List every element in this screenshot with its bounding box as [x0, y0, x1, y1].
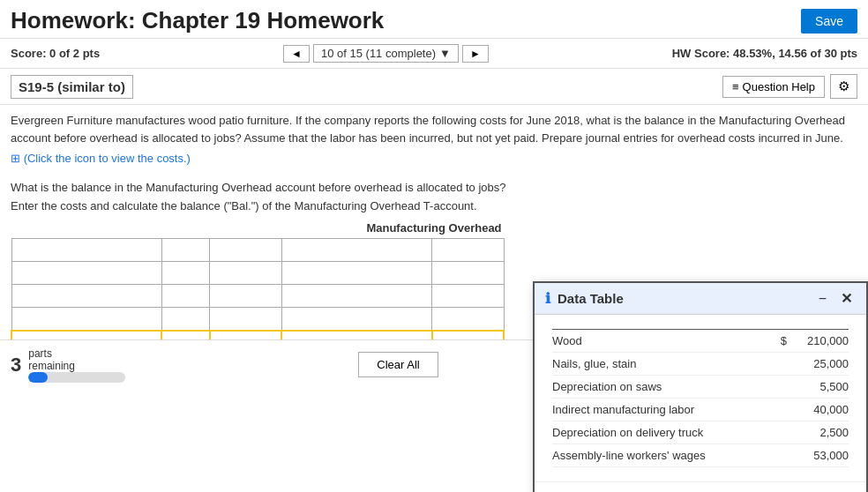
- t-input-left-desc-2[interactable]: [16, 267, 158, 280]
- popup-body: Wood $ 210,000 Nails, glue, stain 25,000…: [535, 315, 866, 481]
- t-cell-left-amt1-1: [161, 239, 210, 262]
- parts-remaining: 3 parts remaining: [11, 347, 125, 383]
- t-input-right-amt-3[interactable]: [436, 290, 499, 302]
- question-help-button[interactable]: ≡ Question Help: [722, 76, 825, 98]
- question-text: What is the balance in the Manufacturing…: [11, 181, 857, 194]
- data-row-currency: [769, 357, 787, 370]
- nav-prev-button[interactable]: ◄: [283, 45, 310, 63]
- info-icon: ℹ: [545, 290, 550, 307]
- t-input-left-desc-1[interactable]: [16, 244, 158, 257]
- nav-next-button[interactable]: ►: [462, 45, 489, 63]
- navigation-controls: ◄ 10 of 15 (11 complete) ▼ ►: [283, 44, 489, 63]
- enter-instruction: Enter the costs and calculate the balanc…: [11, 199, 857, 212]
- t-input-left-amt2-2[interactable]: [213, 267, 277, 280]
- t-input-right-amt-1[interactable]: [436, 244, 499, 257]
- t-account-title: Manufacturing Overhead: [11, 221, 857, 235]
- popup-header-left: ℹ Data Table: [545, 290, 624, 307]
- question-tools: ≡ Question Help ⚙: [722, 74, 857, 99]
- page-header: Homework: Chapter 19 Homework Save: [0, 0, 868, 39]
- question-header: S19-5 (similar to) ≡ Question Help ⚙: [0, 69, 868, 105]
- popup-header: ℹ Data Table − ✕: [535, 283, 866, 315]
- t-input-left-desc-3[interactable]: [16, 290, 158, 302]
- data-row-value: 25,000: [787, 357, 849, 370]
- t-input-left-amt1-4[interactable]: [166, 313, 206, 325]
- t-input-left-amt1-1[interactable]: [166, 244, 206, 257]
- problem-text: Evergreen Furniture manufactures wood pa…: [11, 112, 857, 146]
- t-input-right-desc-3[interactable]: [286, 290, 428, 302]
- minimize-button[interactable]: −: [815, 292, 830, 306]
- t-input-left-amt1-2[interactable]: [166, 267, 206, 280]
- progress-bar: [28, 372, 125, 383]
- data-row-label: Assembly-line workers' wages: [552, 449, 769, 462]
- data-table-row: Depreciation on delivery truck 2,500: [552, 421, 849, 444]
- nav-label: 10 of 15 (11 complete) ▼: [313, 44, 459, 63]
- t-input-left-amt2-3[interactable]: [213, 290, 277, 302]
- data-row-currency: [769, 426, 787, 439]
- t-input-right-amt-2[interactable]: [436, 267, 499, 280]
- data-row-value: 53,000: [787, 449, 849, 462]
- data-table-row: Indirect manufacturing labor 40,000: [552, 399, 849, 421]
- table-row: [11, 262, 504, 285]
- data-table-popup: ℹ Data Table − ✕ Wood $ 210,000 Nails, g…: [533, 281, 868, 492]
- question-id: S19-5 (similar to): [11, 75, 133, 99]
- close-button[interactable]: ✕: [837, 292, 856, 306]
- data-row-value: 210,000: [787, 334, 849, 347]
- popup-title: Data Table: [557, 291, 624, 306]
- parts-number: 3: [11, 354, 21, 376]
- t-input-right-amt-4[interactable]: [436, 313, 499, 325]
- progress-fill: [28, 372, 48, 383]
- score-label: Score: 0 of 2 pts: [11, 47, 100, 60]
- click-icon-link[interactable]: (Click the icon to view the costs.): [24, 152, 191, 165]
- data-table-row: Depreciation on saws 5,500: [552, 376, 849, 399]
- data-row-currency: $: [769, 334, 787, 347]
- t-input-left-amt2-1[interactable]: [213, 244, 277, 257]
- table-row: [11, 285, 504, 308]
- t-input-left-amt2-4[interactable]: [213, 313, 277, 325]
- data-table-row: Assembly-line workers' wages 53,000: [552, 444, 849, 467]
- data-row-label: Nails, glue, stain: [552, 357, 769, 370]
- t-input-right-desc-2[interactable]: [286, 267, 428, 280]
- main-content: Evergreen Furniture manufactures wood pa…: [0, 105, 868, 390]
- data-row-label: Depreciation on saws: [552, 380, 769, 393]
- grid-icon: ⊞: [11, 152, 20, 165]
- table-row: [11, 239, 504, 262]
- t-input-right-desc-4[interactable]: [286, 313, 428, 325]
- data-row-label: Indirect manufacturing labor: [552, 403, 769, 416]
- nav-dropdown-icon[interactable]: ▼: [439, 47, 451, 60]
- score-bar: Score: 0 of 2 pts ◄ 10 of 15 (11 complet…: [0, 39, 868, 69]
- t-cell-right-amt-1: [432, 239, 504, 262]
- data-row-currency: [769, 403, 787, 416]
- t-input-left-desc-4[interactable]: [16, 313, 158, 325]
- save-button[interactable]: Save: [801, 9, 857, 34]
- hw-score-label: HW Score: 48.53%, 14.56 of 30 pts: [672, 47, 857, 60]
- data-row-value: 40,000: [787, 403, 849, 416]
- settings-button[interactable]: ⚙: [830, 74, 857, 99]
- t-input-left-amt1-3[interactable]: [166, 290, 206, 302]
- table-row: [11, 308, 504, 331]
- t-cell-left-amt2-1: [210, 239, 281, 262]
- list-icon: ≡: [732, 80, 739, 93]
- popup-controls: − ✕: [815, 292, 856, 306]
- gear-icon: ⚙: [838, 78, 849, 93]
- data-table-row: Wood $ 210,000: [552, 329, 849, 353]
- data-row-label: Depreciation on delivery truck: [552, 426, 769, 439]
- popup-footer: Print Done: [535, 481, 866, 492]
- data-row-label: Wood: [552, 334, 769, 347]
- data-row-value: 5,500: [787, 380, 849, 393]
- t-cell-left-desc-1: [11, 239, 161, 262]
- t-account-table: [11, 238, 505, 354]
- clear-all-button[interactable]: Clear All: [358, 352, 438, 377]
- t-input-right-desc-1[interactable]: [286, 244, 428, 257]
- t-cell-right-desc-1: [281, 239, 431, 262]
- data-row-currency: [769, 449, 787, 462]
- page-title: Homework: Chapter 19 Homework: [11, 7, 384, 34]
- data-table-row: Nails, glue, stain 25,000: [552, 353, 849, 376]
- data-row-currency: [769, 380, 787, 393]
- data-row-value: 2,500: [787, 426, 849, 439]
- parts-label: parts remaining: [28, 347, 125, 372]
